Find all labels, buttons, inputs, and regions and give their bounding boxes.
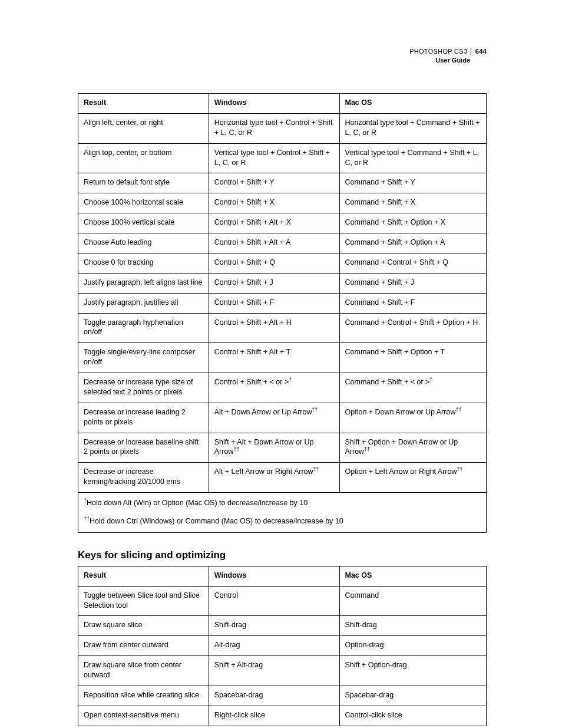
cell-windows: Control + Shift + Alt + X	[209, 213, 339, 233]
table-row: Choose 100% vertical scaleControl + Shif…	[78, 213, 487, 233]
cell-windows: Control + Shift + < or >†	[209, 373, 339, 403]
table-row: Draw square sliceShift-dragShift-drag	[78, 616, 487, 636]
cell-result: Choose 100% vertical scale	[78, 213, 209, 233]
guide-label: User Guide	[409, 56, 487, 65]
cell-mac: Command + Control + Shift + Q	[339, 253, 487, 273]
table-row: Align left, center, or rightHorizontal t…	[78, 113, 487, 143]
cell-mac: Command + Shift + J	[339, 273, 487, 293]
cell-result: Choose 100% horizontal scale	[78, 193, 209, 213]
cell-windows: Shift + Alt + Down Arrow or Up Arrow††	[209, 433, 339, 463]
cell-windows: Spacebar-drag	[209, 686, 339, 706]
table-row: Reposition slice while creating sliceSpa…	[78, 686, 487, 706]
cell-windows: Control + Shift + Alt + T	[209, 343, 339, 373]
cell-windows: Control + Shift + Alt + A	[209, 233, 339, 253]
dagger-icon: ††	[455, 407, 461, 413]
footnote-dagger: ††	[84, 516, 90, 522]
section-heading-slicing: Keys for slicing and optimizing	[78, 549, 487, 561]
col-header-mac: Mac OS	[339, 94, 487, 114]
footnote-text-1: Hold down Alt (Win) or Option (Mac OS) t…	[87, 499, 308, 507]
cell-windows: Right-click slice	[209, 706, 339, 726]
cell-windows: Control + Shift + X	[209, 193, 339, 213]
cell-windows: Alt + Left Arrow or Right Arrow††	[209, 463, 339, 493]
table-row: Justify paragraph, left aligns last line…	[78, 273, 487, 293]
col-header-result: Result	[78, 94, 209, 114]
dagger-icon: ††	[364, 446, 370, 452]
cell-mac: Command + Shift + < or >†	[339, 373, 487, 403]
col-header-windows: Windows	[209, 94, 339, 114]
cell-mac: Command	[339, 586, 487, 616]
table-row: Choose 100% horizontal scaleControl + Sh…	[78, 193, 487, 213]
footnote-text-2: Hold down Ctrl (Windows) or Command (Mac…	[90, 517, 343, 525]
cell-mac: Shift + Option-drag	[339, 656, 487, 686]
cell-windows: Vertical type tool + Control + Shift + L…	[209, 143, 339, 173]
table-row: Choose Auto leadingControl + Shift + Alt…	[78, 233, 487, 253]
cell-result: Toggle single/every-line composer on/off	[78, 343, 209, 373]
cell-windows: Shift + Alt-drag	[209, 656, 339, 686]
table-row: Toggle paragraph hyphenation on/offContr…	[78, 313, 487, 343]
cell-windows: Alt-drag	[209, 636, 339, 656]
cell-mac: Option + Left Arrow or Right Arrow††	[339, 463, 487, 493]
cell-mac: Command + Shift + Y	[339, 173, 487, 193]
running-header: PHOTOSHOP CS3 644 User Guide	[409, 47, 487, 65]
cell-mac: Command + Shift + Option + A	[339, 233, 487, 253]
cell-windows: Alt + Down Arrow or Up Arrow††	[209, 403, 339, 433]
col-header-windows: Windows	[209, 566, 339, 586]
cell-result: Decrease or increase leading 2 points or…	[78, 403, 209, 433]
cell-result: Draw square slice from center outward	[78, 656, 209, 686]
table-row: Choose 0 for trackingControl + Shift + Q…	[78, 253, 487, 273]
cell-result: Decrease or increase kerning/tracking 20…	[78, 463, 209, 493]
cell-result: Toggle between Slice tool and Slice Sele…	[78, 586, 209, 616]
cell-mac: Command + Control + Shift + Option + H	[339, 313, 487, 343]
table-row: Open context-sensitive menuRight-click s…	[78, 706, 487, 726]
cell-mac: Option-drag	[339, 636, 487, 656]
cell-result: Align left, center, or right	[78, 113, 209, 143]
table-row: Decrease or increase leading 2 points or…	[78, 403, 487, 433]
cell-windows: Control + Shift + Alt + H	[209, 313, 339, 343]
cell-mac: Command + Shift + Option + X	[339, 213, 487, 233]
cell-mac: Option + Down Arrow or Up Arrow††	[339, 403, 487, 433]
table-row: Toggle between Slice tool and Slice Sele…	[78, 586, 487, 616]
cell-result: Justify paragraph, justifies all	[78, 293, 209, 313]
cell-result: Toggle paragraph hyphenation on/off	[78, 313, 209, 343]
cell-windows: Control + Shift + J	[209, 273, 339, 293]
cell-mac: Control-click slice	[339, 706, 487, 726]
table-row: Draw from center outwardAlt-dragOption-d…	[78, 636, 487, 656]
cell-mac: Command + Shift + Option + T	[339, 343, 487, 373]
cell-windows: Shift-drag	[209, 616, 339, 636]
dagger-icon: †	[429, 377, 432, 383]
cell-result: Reposition slice while creating slice	[78, 686, 209, 706]
cell-windows: Control + Shift + Y	[209, 173, 339, 193]
dagger-icon: ††	[457, 466, 463, 472]
table-row: Justify paragraph, justifies allControl …	[78, 293, 487, 313]
cell-mac: Spacebar-drag	[339, 686, 487, 706]
cell-result: Open context-sensitive menu	[78, 706, 209, 726]
cell-result: Decrease or increase baseline shift 2 po…	[78, 433, 209, 463]
cell-result: Choose Auto leading	[78, 233, 209, 253]
cell-mac: Shift + Option + Down Arrow or Up Arrow†…	[339, 433, 487, 463]
cell-result: Draw from center outward	[78, 636, 209, 656]
cell-result: Return to default font style	[78, 173, 209, 193]
table-footnotes: †Hold down Alt (Win) or Option (Mac OS) …	[78, 493, 487, 533]
cell-mac: Command + Shift + X	[339, 193, 487, 213]
cell-mac: Vertical type tool + Command + Shift + L…	[339, 143, 487, 173]
cell-windows: Control + Shift + F	[209, 293, 339, 313]
cell-result: Draw square slice	[78, 616, 209, 636]
table-row: Align top, center, or bottomVertical typ…	[78, 143, 487, 173]
dagger-icon: ††	[313, 466, 319, 472]
table-row: Decrease or increase kerning/tracking 20…	[78, 463, 487, 493]
table-row: Decrease or increase type size of select…	[78, 373, 487, 403]
cell-windows: Control	[209, 586, 339, 616]
dagger-icon: ††	[233, 446, 239, 452]
dagger-icon: ††	[312, 407, 318, 413]
type-shortcuts-table: Result Windows Mac OS Align left, center…	[78, 93, 487, 533]
table-row: Toggle single/every-line composer on/off…	[78, 343, 487, 373]
table-row: Decrease or increase baseline shift 2 po…	[78, 433, 487, 463]
col-header-result: Result	[78, 566, 209, 586]
cell-windows: Horizontal type tool + Control + Shift +…	[209, 113, 339, 143]
cell-result: Justify paragraph, left aligns last line	[78, 273, 209, 293]
product-name: PHOTOSHOP CS3	[409, 48, 467, 55]
cell-mac: Horizontal type tool + Command + Shift +…	[339, 113, 487, 143]
cell-result: Align top, center, or bottom	[78, 143, 209, 173]
cell-windows: Control + Shift + Q	[209, 253, 339, 273]
table-row: Return to default font styleControl + Sh…	[78, 173, 487, 193]
